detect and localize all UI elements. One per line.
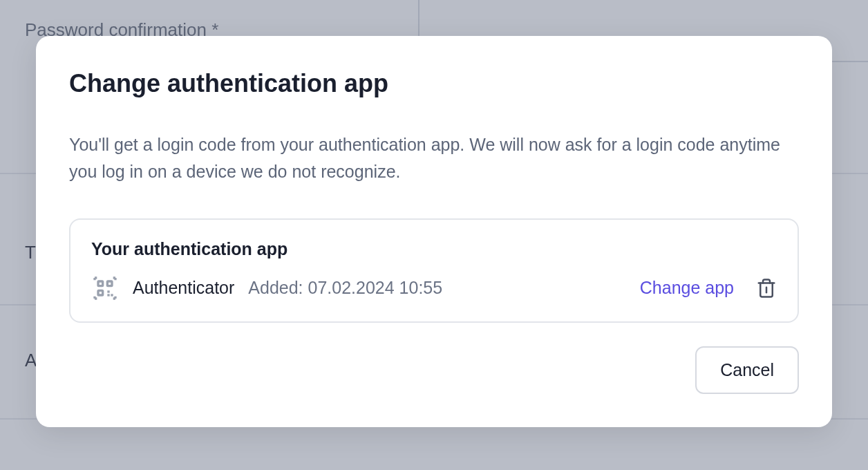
svg-rect-5 xyxy=(107,294,109,296)
modal-description: You'll get a login code from your authen… xyxy=(69,131,799,185)
auth-app-added-date: Added: 07.02.2024 10:55 xyxy=(248,278,442,298)
svg-rect-1 xyxy=(107,281,112,286)
change-app-link[interactable]: Change app xyxy=(640,278,734,298)
svg-rect-0 xyxy=(98,281,103,286)
modal-overlay[interactable]: Change authentication app You'll get a l… xyxy=(0,0,868,470)
qr-code-icon xyxy=(91,274,119,302)
svg-rect-3 xyxy=(107,290,109,292)
auth-app-row: Authenticator Added: 07.02.2024 10:55 Ch… xyxy=(91,274,777,302)
modal-title: Change authentication app xyxy=(69,69,799,98)
cancel-button[interactable]: Cancel xyxy=(695,346,799,394)
trash-icon[interactable] xyxy=(756,276,777,300)
auth-app-name: Authenticator xyxy=(133,278,234,298)
change-auth-app-modal: Change authentication app You'll get a l… xyxy=(36,36,832,427)
svg-rect-2 xyxy=(98,290,103,295)
modal-footer: Cancel xyxy=(69,346,799,394)
auth-app-card-title: Your authentication app xyxy=(91,239,777,259)
auth-app-card: Your authentication app Authenticator Ad… xyxy=(69,218,799,323)
svg-rect-4 xyxy=(111,294,113,296)
